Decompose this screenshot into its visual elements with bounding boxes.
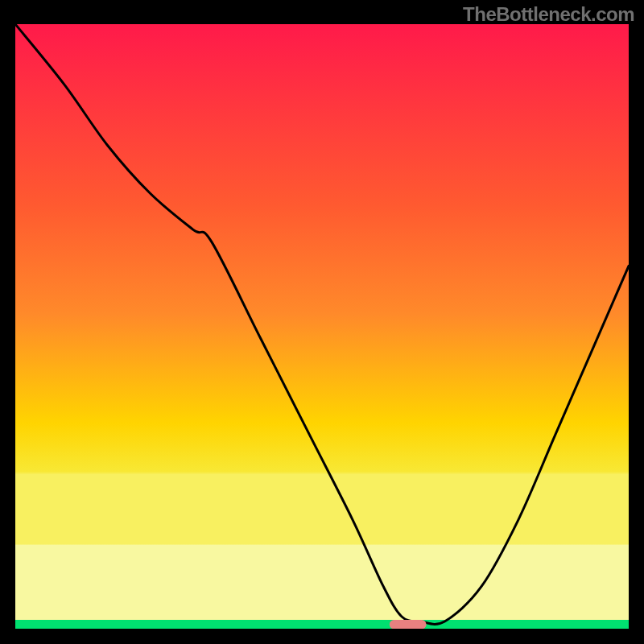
svg-rect-0 — [15, 24, 629, 629]
chart-plot-area — [15, 24, 629, 629]
optimal-marker — [390, 620, 427, 629]
bottleneck-chart — [15, 24, 629, 629]
watermark-text: TheBottleneck.com — [463, 3, 634, 26]
